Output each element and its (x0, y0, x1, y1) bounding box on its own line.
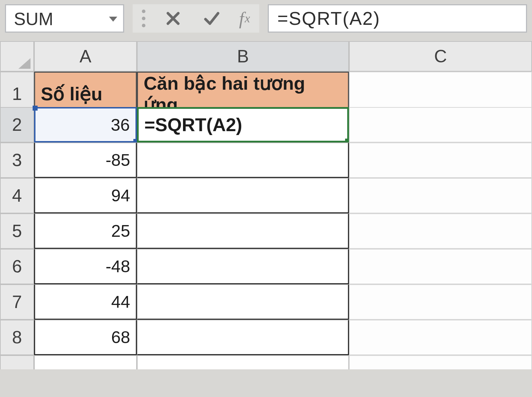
cell-B2[interactable]: =SQRT(A2) (137, 107, 349, 142)
cancel-icon[interactable] (162, 8, 184, 29)
row-header-8[interactable]: 8 (0, 320, 34, 355)
cell-B4[interactable] (137, 178, 349, 213)
row-2: 2 36 =SQRT(A2) (0, 107, 532, 142)
row-header-7[interactable]: 7 (0, 284, 34, 320)
row-6: 6 -48 (0, 249, 532, 284)
drag-handle-icon[interactable] (140, 10, 145, 27)
col-header-C[interactable]: C (349, 41, 532, 72)
cell-B8[interactable] (137, 320, 349, 355)
cell-A4[interactable]: 94 (34, 178, 137, 213)
name-box-value: SUM (14, 9, 53, 29)
cell-C8[interactable] (349, 320, 532, 355)
cell-A2[interactable]: 36 (34, 107, 137, 142)
row-3: 3 -85 (0, 142, 532, 178)
cell-C4[interactable] (349, 178, 532, 213)
row-4: 4 94 (0, 178, 532, 213)
row-1: 1 Số liệu Căn bậc hai tương ứng (0, 72, 532, 107)
cell-B5[interactable] (137, 213, 349, 249)
formula-tools: fx (133, 4, 259, 33)
cell-C2[interactable] (349, 107, 532, 142)
cell-B6[interactable] (137, 249, 349, 284)
formula-text: =SQRT(A2) (277, 8, 380, 29)
row-header-5[interactable]: 5 (0, 213, 34, 249)
cell-C5[interactable] (349, 213, 532, 249)
row-header-9[interactable] (0, 355, 34, 369)
cell-C7[interactable] (349, 284, 532, 320)
cell-C9[interactable] (349, 355, 532, 369)
cell-A5[interactable]: 25 (34, 213, 137, 249)
spreadsheet-grid: A B C 1 Số liệu Căn bậc hai tương ứng 2 … (0, 38, 532, 369)
row-header-4[interactable]: 4 (0, 178, 34, 213)
cell-C6[interactable] (349, 249, 532, 284)
formula-input[interactable]: =SQRT(A2) (268, 4, 527, 33)
row-7: 7 44 (0, 284, 532, 320)
cell-A7[interactable]: 44 (34, 284, 137, 320)
row-header-3[interactable]: 3 (0, 142, 34, 178)
row-9 (0, 355, 532, 369)
cell-A8[interactable]: 68 (34, 320, 137, 355)
column-headers: A B C (0, 41, 532, 72)
cell-B9[interactable] (137, 355, 349, 369)
fx-icon[interactable]: fx (239, 8, 252, 29)
row-header-2[interactable]: 2 (0, 107, 34, 142)
row-8: 8 68 (0, 320, 532, 355)
name-box[interactable]: SUM (5, 4, 124, 33)
col-header-A[interactable]: A (34, 41, 137, 72)
cell-A6[interactable]: -48 (34, 249, 137, 284)
cell-A3[interactable]: -85 (34, 142, 137, 178)
col-header-B[interactable]: B (137, 41, 349, 72)
svg-marker-0 (109, 17, 117, 22)
chevron-down-icon[interactable] (108, 16, 118, 23)
cell-B3[interactable] (137, 142, 349, 178)
cell-C3[interactable] (349, 142, 532, 178)
row-header-6[interactable]: 6 (0, 249, 34, 284)
cell-A9[interactable] (34, 355, 137, 369)
cell-B7[interactable] (137, 284, 349, 320)
formula-bar: SUM fx =SQRT(A2) (0, 0, 532, 38)
select-all-corner[interactable] (0, 41, 34, 72)
confirm-icon[interactable] (201, 8, 222, 29)
row-5: 5 25 (0, 213, 532, 249)
